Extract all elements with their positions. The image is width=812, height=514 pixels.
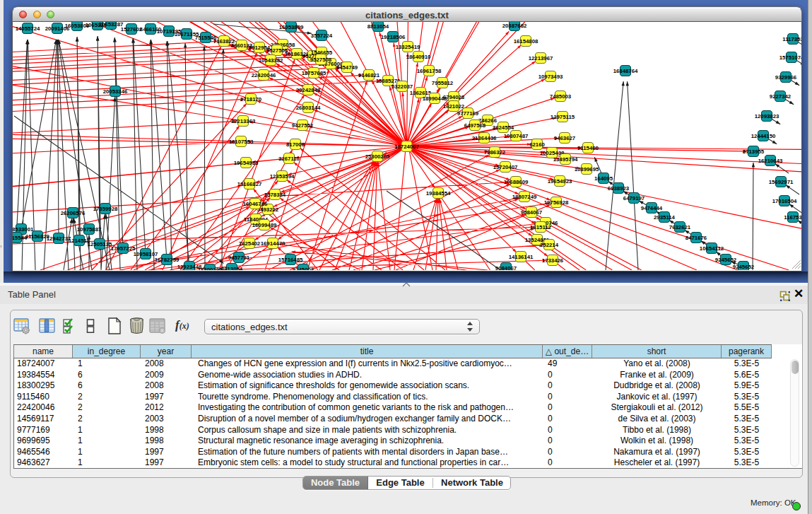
svg-text:12975115: 12975115 bbox=[551, 114, 575, 120]
svg-text:12942737: 12942737 bbox=[47, 235, 71, 242]
svg-text:9245652: 9245652 bbox=[715, 257, 737, 263]
svg-text:16154808: 16154808 bbox=[514, 38, 539, 45]
svg-text:18724007: 18724007 bbox=[394, 144, 419, 150]
svg-text:12505135: 12505135 bbox=[88, 241, 112, 247]
svg-text:8454749: 8454749 bbox=[336, 64, 358, 71]
svg-text:12353594: 12353594 bbox=[270, 173, 295, 180]
svg-text:19654923: 19654923 bbox=[548, 178, 572, 185]
svg-text:10654112: 10654112 bbox=[700, 245, 724, 252]
svg-text:19384554: 19384554 bbox=[426, 190, 451, 197]
svg-text:26803144: 26803144 bbox=[296, 105, 321, 111]
svg-text:8713955: 8713955 bbox=[743, 148, 765, 155]
svg-text:9227342: 9227342 bbox=[770, 93, 792, 100]
svg-text:13495794: 13495794 bbox=[553, 156, 578, 163]
svg-text:15751074: 15751074 bbox=[779, 54, 801, 61]
svg-text:16782759: 16782759 bbox=[155, 257, 180, 263]
svg-text:7625402: 7625402 bbox=[239, 240, 261, 247]
svg-text:1621022: 1621022 bbox=[443, 103, 465, 110]
svg-text:6794028: 6794028 bbox=[443, 94, 465, 100]
svg-text:14055724: 14055724 bbox=[16, 25, 40, 32]
svg-text:16046786: 16046786 bbox=[243, 201, 268, 207]
svg-text:5322037: 5322037 bbox=[392, 83, 413, 90]
svg-text:18807249: 18807249 bbox=[512, 194, 537, 200]
svg-text:7955812: 7955812 bbox=[432, 80, 454, 86]
svg-text:9427552: 9427552 bbox=[292, 122, 314, 129]
svg-text:10543382: 10543382 bbox=[259, 57, 283, 64]
svg-text:9084067: 9084067 bbox=[521, 209, 542, 216]
svg-text:20387682: 20387682 bbox=[502, 23, 527, 29]
svg-text:18757685: 18757685 bbox=[302, 70, 326, 76]
svg-text:16107553: 16107553 bbox=[229, 139, 254, 145]
svg-text:6479197: 6479197 bbox=[623, 195, 645, 201]
svg-text:116753: 116753 bbox=[784, 214, 801, 221]
svg-text:9329966: 9329966 bbox=[775, 74, 797, 81]
svg-text:16099489: 16099489 bbox=[252, 222, 277, 228]
svg-text:10899695: 10899695 bbox=[575, 166, 599, 173]
svg-text:3624554: 3624554 bbox=[493, 124, 514, 131]
svg-text:17016504: 17016504 bbox=[772, 198, 797, 204]
svg-text:9474444: 9474444 bbox=[641, 205, 663, 211]
svg-text:7632621: 7632621 bbox=[669, 224, 691, 230]
svg-text:164095: 164095 bbox=[594, 175, 613, 182]
svg-text:6938923: 6938923 bbox=[608, 185, 630, 192]
svg-text:12444150: 12444150 bbox=[751, 133, 776, 139]
svg-text:16914479: 16914479 bbox=[261, 240, 286, 247]
svg-text:817006: 817006 bbox=[286, 141, 305, 148]
svg-text:22420046: 22420046 bbox=[252, 72, 276, 78]
svg-text:8813054: 8813054 bbox=[221, 266, 243, 270]
svg-text:8813054: 8813054 bbox=[367, 23, 389, 30]
svg-text:9115460: 9115460 bbox=[577, 145, 599, 151]
svg-text:62160: 62160 bbox=[529, 141, 545, 148]
svg-text:15716485: 15716485 bbox=[278, 257, 303, 263]
svg-text:16848764: 16848764 bbox=[613, 68, 638, 74]
svg-text:1117353: 1117353 bbox=[782, 36, 801, 42]
svg-text:9245652: 9245652 bbox=[733, 264, 755, 270]
svg-text:18300295: 18300295 bbox=[198, 267, 223, 270]
svg-text:17359928: 17359928 bbox=[93, 206, 118, 212]
svg-text:19756928: 19756928 bbox=[544, 199, 569, 206]
svg-text:16210643: 16210643 bbox=[758, 158, 783, 164]
svg-text:9245003: 9245003 bbox=[293, 267, 314, 270]
svg-text:252214: 252214 bbox=[540, 242, 559, 248]
svg-text:3557224: 3557224 bbox=[311, 33, 333, 39]
svg-text:8471676: 8471676 bbox=[686, 235, 707, 241]
svg-text:1615112: 1615112 bbox=[530, 224, 552, 230]
svg-text:15720407: 15720407 bbox=[493, 164, 518, 170]
svg-text:1733426: 1733426 bbox=[542, 257, 564, 264]
svg-text:12213363: 12213363 bbox=[231, 118, 256, 124]
svg-text:19166827: 19166827 bbox=[237, 181, 262, 187]
svg-text:9463627: 9463627 bbox=[554, 135, 575, 141]
svg-text:3267110: 3267110 bbox=[278, 156, 300, 162]
svg-text:18640910: 18640910 bbox=[406, 54, 431, 60]
svg-text:10807487: 10807487 bbox=[504, 133, 529, 139]
svg-text:26206576: 26206576 bbox=[61, 210, 86, 216]
svg-text:10975887: 10975887 bbox=[77, 226, 102, 233]
svg-text:15692971: 15692971 bbox=[769, 179, 794, 185]
svg-text:7485003: 7485003 bbox=[550, 93, 572, 100]
svg-text:9527508: 9527508 bbox=[310, 57, 332, 63]
svg-text:16053809: 16053809 bbox=[279, 24, 304, 30]
svg-text:14136141: 14136141 bbox=[509, 254, 534, 260]
svg-text:21364436: 21364436 bbox=[472, 135, 497, 141]
svg-text:25300205: 25300205 bbox=[365, 153, 390, 160]
svg-text:9457791: 9457791 bbox=[228, 255, 250, 261]
svg-text:9084067: 9084067 bbox=[495, 265, 517, 270]
svg-text:6497568: 6497568 bbox=[464, 122, 486, 129]
svg-text:3578334: 3578334 bbox=[264, 192, 286, 198]
svg-text:12093823: 12093823 bbox=[755, 113, 779, 119]
svg-text:16961758: 16961758 bbox=[417, 68, 442, 74]
svg-text:19218506: 19218506 bbox=[381, 34, 406, 40]
svg-text:18533001: 18533001 bbox=[13, 226, 34, 233]
svg-text:7986322: 7986322 bbox=[484, 149, 506, 156]
svg-text:13325419: 13325419 bbox=[396, 44, 420, 50]
svg-text:17957225: 17957225 bbox=[111, 245, 136, 252]
svg-text:19654983: 19654983 bbox=[234, 160, 259, 166]
svg-text:9777169: 9777169 bbox=[457, 110, 479, 117]
svg-text:2718170: 2718170 bbox=[240, 96, 262, 103]
svg-text:10973493: 10973493 bbox=[539, 74, 563, 80]
svg-text:10653287: 10653287 bbox=[99, 22, 124, 28]
svg-text:20053346: 20053346 bbox=[103, 88, 128, 95]
svg-text:10688609: 10688609 bbox=[504, 179, 529, 185]
svg-text:23242848: 23242848 bbox=[296, 87, 321, 93]
svg-text:2935114: 2935114 bbox=[654, 214, 676, 221]
